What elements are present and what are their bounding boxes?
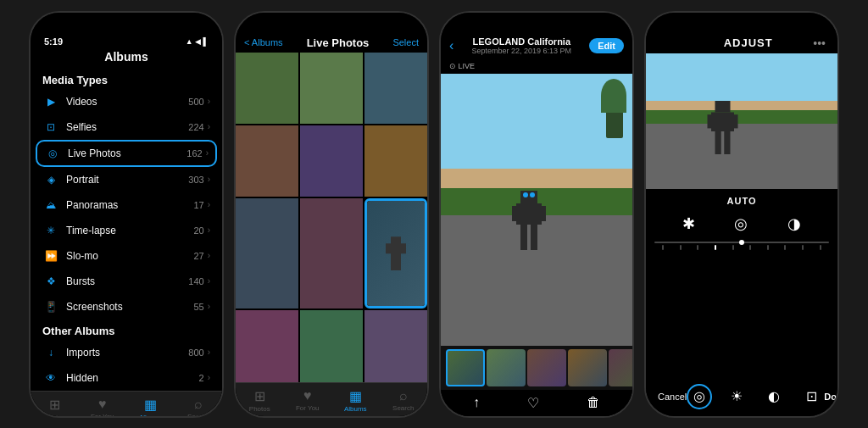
phone-2-screen: < Albums Live Photos Select — [236, 13, 427, 416]
slomo-chevron: › — [208, 251, 210, 260]
sun-icon: ☀ — [731, 388, 743, 404]
phone-4-bottom-toolbar: Cancel ◎ ☀ ◐ ⊡ Done — [646, 377, 837, 416]
svg-rect-11 — [734, 114, 738, 128]
share-icon[interactable]: ↑ — [473, 395, 480, 410]
tick-10 — [820, 245, 821, 250]
delete-icon[interactable]: 🗑 — [587, 395, 600, 410]
list-item-selfies[interactable]: ⊡ Selfies 224 › — [31, 114, 222, 140]
slomo-label: Slo-mo — [66, 250, 193, 262]
grid-cell-11[interactable] — [300, 310, 363, 381]
grid-cell-9-highlighted[interactable] — [364, 198, 427, 308]
tab-photos-1[interactable]: ⊞ Photos — [31, 397, 79, 416]
phone-2-nav: < Albums Live Photos Select — [236, 30, 427, 53]
brightness-icon[interactable]: ☀ — [724, 384, 749, 409]
half-circle-tool-icon[interactable]: ◑ — [787, 214, 801, 233]
crop-icon[interactable]: ⊡ — [798, 384, 824, 409]
phone-3-bottom-bar: ↑ ♡ 🗑 — [441, 390, 632, 416]
list-item-screenshots[interactable]: 📱 Screenshots 55 › — [31, 294, 222, 320]
grid-cell-7[interactable] — [236, 198, 298, 308]
phone-2-select-button[interactable]: Select — [392, 37, 419, 47]
phone-4-notch — [704, 13, 780, 31]
grid-cell-8[interactable] — [300, 198, 363, 308]
tab-search-2[interactable]: ⌕ Search — [380, 388, 428, 413]
favorite-icon[interactable]: ♡ — [527, 395, 539, 411]
imports-count: 800 — [188, 347, 203, 358]
phone-3-edit-button[interactable]: Edit — [589, 38, 624, 53]
foryou-tab-label: For You — [91, 413, 114, 416]
strip-item-4[interactable] — [568, 349, 607, 386]
grid-cell-12[interactable] — [364, 310, 427, 381]
list-item-live-photos[interactable]: ◎ Live Photos 162 › — [36, 140, 217, 167]
phone-4-more-dots[interactable]: ••• — [813, 36, 826, 50]
live-photo-edit-icon[interactable]: ◎ — [687, 384, 712, 409]
phone-3-filmstrip — [441, 346, 632, 390]
live-photos-chevron: › — [206, 148, 209, 158]
timelapse-icon: ✳ — [42, 222, 59, 239]
albums-tab-label-2: Albums — [344, 405, 367, 413]
strip-item-1[interactable] — [446, 349, 485, 386]
color-icon[interactable]: ◐ — [761, 384, 787, 409]
crop-square-icon: ⊡ — [806, 388, 817, 404]
grid-cell-10[interactable] — [236, 310, 298, 381]
phone-4-done-button[interactable]: Done — [824, 392, 837, 402]
list-item-timelapse[interactable]: ✳ Time-lapse 20 › — [31, 218, 222, 243]
phone-4-main-photo — [646, 53, 837, 189]
photos-tab-icon-2: ⊞ — [254, 388, 265, 404]
phone-3-screen: ‹ LEGOLAND California September 22, 2019… — [441, 13, 632, 416]
tab-albums-2[interactable]: ▦ Albums — [331, 388, 380, 413]
bursts-chevron: › — [208, 276, 210, 286]
list-item-imports[interactable]: ↓ Imports 800 › — [31, 340, 222, 365]
grid-cell-4[interactable] — [236, 125, 298, 197]
list-item-bursts[interactable]: ❖ Bursts 140 › — [31, 269, 222, 294]
strip-item-2[interactable] — [487, 349, 526, 386]
live-circle-icon: ◎ — [693, 388, 705, 404]
tab-foryou-1[interactable]: ♥ For You — [79, 397, 127, 416]
imports-label: Imports — [66, 347, 188, 359]
panoramas-count: 17 — [193, 200, 203, 210]
timelapse-count: 20 — [193, 225, 203, 236]
phone-4-cancel-button[interactable]: Cancel — [658, 392, 687, 402]
list-item-slomo[interactable]: ⏩ Slo-mo 27 › — [31, 243, 222, 269]
phone-1-time: 5:19 — [44, 36, 63, 47]
phone-2-back-button[interactable]: < Albums — [244, 37, 283, 47]
grid-cell-6[interactable] — [364, 125, 427, 197]
grid-cell-2[interactable] — [300, 53, 363, 124]
list-item-panoramas[interactable]: ⛰ Panoramas 17 › — [31, 192, 222, 218]
screenshots-icon: 📱 — [42, 298, 59, 315]
phone-3-photo-title: LEGOLAND California — [453, 36, 589, 47]
strip-item-5[interactable] — [609, 349, 632, 386]
phone-3-live-badge: ⊙ LIVE — [441, 58, 632, 74]
bursts-count: 140 — [188, 276, 203, 286]
search-tab-icon: ⌕ — [194, 397, 203, 412]
panoramas-chevron: › — [208, 200, 210, 209]
circle-tool-icon[interactable]: ◎ — [734, 214, 748, 233]
phone-4-adjustment-slider[interactable] — [646, 238, 837, 253]
list-item-portrait[interactable]: ◈ Portrait 303 › — [31, 167, 222, 192]
list-item-hidden[interactable]: 👁 Hidden 2 › — [31, 365, 222, 391]
svg-rect-10 — [707, 114, 711, 128]
tick-6 — [749, 245, 751, 250]
phone-2-live-photos: < Albums Live Photos Select — [234, 11, 429, 418]
tab-search-1[interactable]: ⌕ Search — [175, 397, 223, 416]
screenshots-chevron: › — [208, 302, 210, 311]
tab-albums-1[interactable]: ▦ Albums — [126, 397, 175, 416]
list-item-videos[interactable]: ▶ Videos 500 › — [31, 89, 222, 114]
phone-2-nav-title: Live Photos — [307, 36, 370, 49]
search-tab-label: Search — [187, 413, 209, 416]
svg-rect-12 — [715, 131, 721, 154]
strip-item-3[interactable] — [527, 349, 566, 386]
tick-5 — [732, 245, 734, 250]
foryou-tab-label-2: For You — [296, 404, 320, 412]
albums-tab-icon: ▦ — [144, 397, 157, 413]
wand-tool-icon[interactable]: ✱ — [682, 214, 695, 233]
grid-cell-1[interactable] — [236, 53, 298, 124]
grid-cell-3[interactable] — [364, 53, 427, 124]
grid-cell-5[interactable] — [300, 125, 363, 197]
albums-tab-icon-2: ▦ — [349, 388, 362, 404]
tab-photos-2[interactable]: ⊞ Photos — [236, 388, 284, 413]
tab-foryou-2[interactable]: ♥ For You — [284, 388, 332, 413]
photos-tab-label-2: Photos — [249, 405, 270, 413]
phone-4-screen: ADJUST ••• — [646, 13, 837, 416]
search-tab-label-2: Search — [392, 404, 414, 412]
imports-chevron: › — [208, 347, 210, 357]
